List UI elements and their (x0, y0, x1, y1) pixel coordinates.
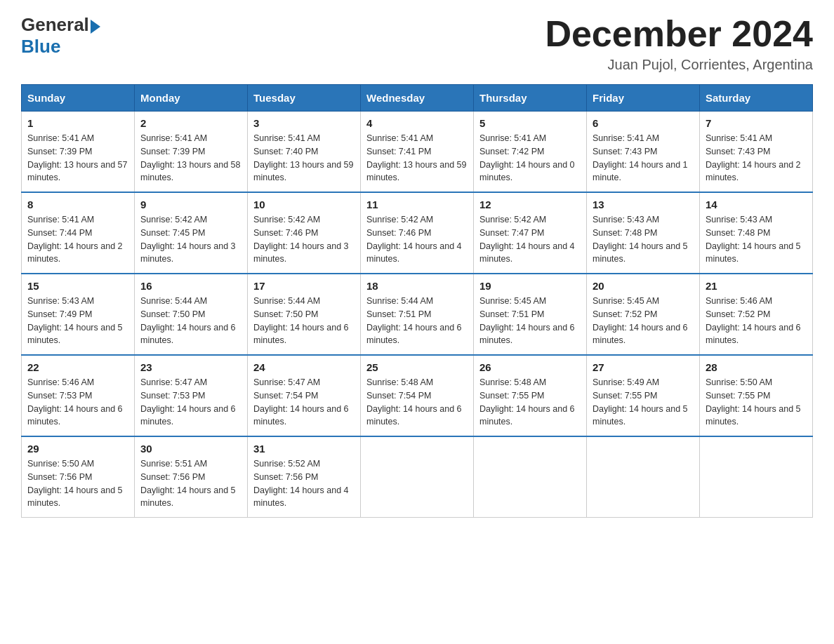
logo-blue-text: Blue (21, 36, 60, 58)
day-info: Sunrise: 5:41 AMSunset: 7:39 PMDaylight:… (140, 132, 241, 185)
table-row: 1 Sunrise: 5:41 AMSunset: 7:39 PMDayligh… (22, 112, 135, 193)
day-info: Sunrise: 5:46 AMSunset: 7:53 PMDaylight:… (27, 376, 128, 429)
logo-arrow-icon (91, 20, 100, 34)
month-title: December 2024 (545, 14, 813, 54)
table-row: 30 Sunrise: 5:51 AMSunset: 7:56 PMDaylig… (135, 436, 248, 518)
table-row: 10 Sunrise: 5:42 AMSunset: 7:46 PMDaylig… (248, 192, 361, 274)
day-info: Sunrise: 5:45 AMSunset: 7:51 PMDaylight:… (479, 295, 581, 347)
table-row: 3 Sunrise: 5:41 AMSunset: 7:40 PMDayligh… (248, 112, 361, 193)
table-row: 12 Sunrise: 5:42 AMSunset: 7:47 PMDaylig… (474, 192, 587, 274)
day-info: Sunrise: 5:51 AMSunset: 7:56 PMDaylight:… (140, 457, 241, 510)
day-number: 5 (479, 117, 581, 129)
table-row: 2 Sunrise: 5:41 AMSunset: 7:39 PMDayligh… (135, 112, 248, 193)
col-thursday: Thursday (474, 85, 587, 112)
table-row: 17 Sunrise: 5:44 AMSunset: 7:50 PMDaylig… (248, 274, 361, 355)
table-row (700, 436, 813, 518)
table-row: 8 Sunrise: 5:41 AMSunset: 7:44 PMDayligh… (22, 192, 135, 274)
col-monday: Monday (135, 85, 248, 112)
day-info: Sunrise: 5:50 AMSunset: 7:55 PMDaylight:… (706, 376, 807, 429)
location-title: Juan Pujol, Corrientes, Argentina (545, 57, 813, 73)
day-info: Sunrise: 5:41 AMSunset: 7:43 PMDaylight:… (593, 132, 694, 185)
table-row: 15 Sunrise: 5:43 AMSunset: 7:49 PMDaylig… (22, 274, 135, 355)
day-info: Sunrise: 5:42 AMSunset: 7:45 PMDaylight:… (140, 213, 241, 266)
table-row: 13 Sunrise: 5:43 AMSunset: 7:48 PMDaylig… (587, 192, 700, 274)
day-number: 3 (253, 117, 355, 129)
col-wednesday: Wednesday (361, 85, 474, 112)
table-row: 19 Sunrise: 5:45 AMSunset: 7:51 PMDaylig… (474, 274, 587, 355)
table-row: 7 Sunrise: 5:41 AMSunset: 7:43 PMDayligh… (700, 112, 813, 193)
day-number: 15 (27, 280, 128, 292)
table-row (474, 436, 587, 518)
day-info: Sunrise: 5:44 AMSunset: 7:50 PMDaylight:… (253, 295, 355, 347)
day-number: 16 (140, 280, 241, 292)
day-info: Sunrise: 5:49 AMSunset: 7:55 PMDaylight:… (593, 376, 694, 429)
day-number: 31 (253, 443, 355, 455)
logo: General Blue (21, 14, 100, 58)
day-number: 25 (366, 361, 468, 373)
day-info: Sunrise: 5:42 AMSunset: 7:46 PMDaylight:… (253, 213, 355, 266)
day-info: Sunrise: 5:48 AMSunset: 7:54 PMDaylight:… (366, 376, 468, 429)
day-number: 21 (706, 280, 807, 292)
day-info: Sunrise: 5:50 AMSunset: 7:56 PMDaylight:… (27, 457, 128, 510)
day-number: 26 (479, 361, 581, 373)
day-number: 17 (253, 280, 355, 292)
day-number: 24 (253, 361, 355, 373)
table-row: 5 Sunrise: 5:41 AMSunset: 7:42 PMDayligh… (474, 112, 587, 193)
table-row: 27 Sunrise: 5:49 AMSunset: 7:55 PMDaylig… (587, 355, 700, 436)
day-number: 23 (140, 361, 241, 373)
day-info: Sunrise: 5:41 AMSunset: 7:42 PMDaylight:… (479, 132, 581, 185)
day-info: Sunrise: 5:41 AMSunset: 7:44 PMDaylight:… (27, 213, 128, 266)
day-info: Sunrise: 5:43 AMSunset: 7:48 PMDaylight:… (706, 213, 807, 266)
table-row: 28 Sunrise: 5:50 AMSunset: 7:55 PMDaylig… (700, 355, 813, 436)
day-info: Sunrise: 5:41 AMSunset: 7:39 PMDaylight:… (27, 132, 128, 185)
col-sunday: Sunday (22, 85, 135, 112)
day-number: 19 (479, 280, 581, 292)
day-number: 4 (366, 117, 468, 129)
day-number: 20 (593, 280, 694, 292)
table-row: 16 Sunrise: 5:44 AMSunset: 7:50 PMDaylig… (135, 274, 248, 355)
day-info: Sunrise: 5:43 AMSunset: 7:49 PMDaylight:… (27, 295, 128, 347)
table-row: 11 Sunrise: 5:42 AMSunset: 7:46 PMDaylig… (361, 192, 474, 274)
day-number: 8 (27, 199, 128, 210)
col-tuesday: Tuesday (248, 85, 361, 112)
day-number: 10 (253, 199, 355, 210)
table-row: 6 Sunrise: 5:41 AMSunset: 7:43 PMDayligh… (587, 112, 700, 193)
table-row: 24 Sunrise: 5:47 AMSunset: 7:54 PMDaylig… (248, 355, 361, 436)
col-friday: Friday (587, 85, 700, 112)
calendar-header-row: Sunday Monday Tuesday Wednesday Thursday… (22, 85, 813, 112)
day-info: Sunrise: 5:46 AMSunset: 7:52 PMDaylight:… (706, 295, 807, 347)
day-info: Sunrise: 5:52 AMSunset: 7:56 PMDaylight:… (253, 457, 355, 510)
day-info: Sunrise: 5:43 AMSunset: 7:48 PMDaylight:… (593, 213, 694, 266)
table-row: 23 Sunrise: 5:47 AMSunset: 7:53 PMDaylig… (135, 355, 248, 436)
day-number: 27 (593, 361, 694, 373)
col-saturday: Saturday (700, 85, 813, 112)
table-row (361, 436, 474, 518)
day-number: 1 (27, 117, 128, 129)
table-row: 26 Sunrise: 5:48 AMSunset: 7:55 PMDaylig… (474, 355, 587, 436)
day-info: Sunrise: 5:42 AMSunset: 7:46 PMDaylight:… (366, 213, 468, 266)
day-number: 14 (706, 199, 807, 210)
table-row: 20 Sunrise: 5:45 AMSunset: 7:52 PMDaylig… (587, 274, 700, 355)
table-row: 4 Sunrise: 5:41 AMSunset: 7:41 PMDayligh… (361, 112, 474, 193)
day-info: Sunrise: 5:45 AMSunset: 7:52 PMDaylight:… (593, 295, 694, 347)
table-row (587, 436, 700, 518)
day-number: 9 (140, 199, 241, 210)
day-number: 11 (366, 199, 468, 210)
table-row: 18 Sunrise: 5:44 AMSunset: 7:51 PMDaylig… (361, 274, 474, 355)
day-info: Sunrise: 5:41 AMSunset: 7:43 PMDaylight:… (706, 132, 807, 185)
day-info: Sunrise: 5:44 AMSunset: 7:50 PMDaylight:… (140, 295, 241, 347)
day-number: 18 (366, 280, 468, 292)
page-header: General Blue December 2024 Juan Pujol, C… (21, 14, 813, 73)
calendar-table: Sunday Monday Tuesday Wednesday Thursday… (21, 84, 813, 518)
title-block: December 2024 Juan Pujol, Corrientes, Ar… (545, 14, 813, 73)
day-number: 7 (706, 117, 807, 129)
table-row: 25 Sunrise: 5:48 AMSunset: 7:54 PMDaylig… (361, 355, 474, 436)
table-row: 9 Sunrise: 5:42 AMSunset: 7:45 PMDayligh… (135, 192, 248, 274)
day-number: 13 (593, 199, 694, 210)
day-info: Sunrise: 5:41 AMSunset: 7:40 PMDaylight:… (253, 132, 355, 185)
day-number: 22 (27, 361, 128, 373)
day-number: 30 (140, 443, 241, 455)
day-number: 6 (593, 117, 694, 129)
table-row: 29 Sunrise: 5:50 AMSunset: 7:56 PMDaylig… (22, 436, 135, 518)
table-row: 22 Sunrise: 5:46 AMSunset: 7:53 PMDaylig… (22, 355, 135, 436)
